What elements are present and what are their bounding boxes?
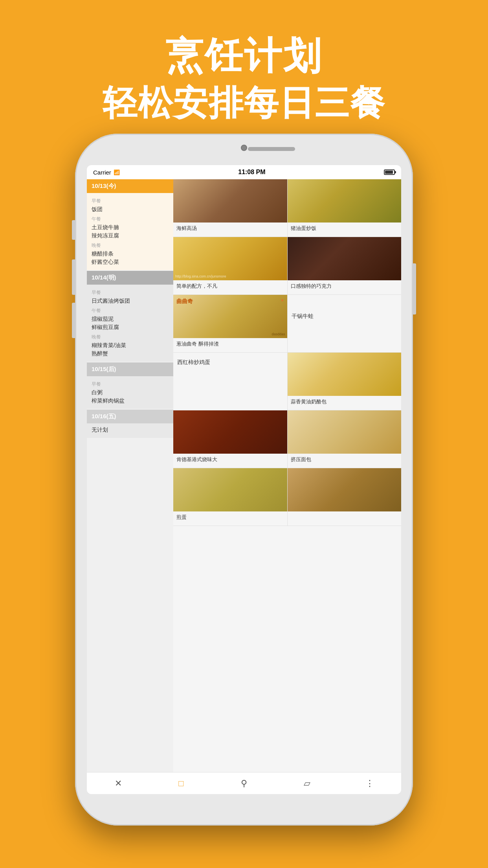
recipe-image-chocolate	[288, 237, 402, 280]
meal-type-dinner-today: 晚餐	[92, 242, 169, 249]
recipe-label-tomato-egg: 西红柿炒鸡蛋	[177, 359, 210, 366]
day-block-today: 10/13(今) 早餐 饭团 午餐 土豆烧牛腩 辣炖冻豆腐 晚餐 糖醋排条 虾酱…	[87, 179, 173, 270]
recipe-image-lard-fried-rice	[288, 179, 402, 223]
header-line2: 轻松安排每日三餐	[0, 81, 488, 125]
day-block-dayafter: 10/15(后) 早餐 白粥 榨菜鲜肉锅盆	[87, 362, 173, 409]
recipe-label: 煎蛋	[173, 511, 287, 526]
battery-icon	[384, 169, 395, 175]
meal-item: 虾酱空心菜	[92, 258, 169, 266]
recipe-image-extra	[288, 468, 402, 511]
day-header-friday[interactable]: 10/16(五)	[87, 410, 173, 423]
recipe-image-kfc-pork	[173, 410, 287, 454]
battery-fill	[385, 171, 393, 174]
recipe-col[interactable]: 肯德基港式烧味大	[173, 410, 288, 468]
recipe-col[interactable]: 挤压面包	[288, 410, 402, 468]
day-header-tomorrow[interactable]: 10/14(明)	[87, 271, 173, 285]
meal-item: 糖醋排条	[92, 250, 169, 258]
phone-speaker	[248, 147, 295, 151]
overlay-icon: ★	[281, 298, 284, 302]
recipe-image-seafood-soup	[173, 179, 287, 223]
recipe-text-only-area: 干锅牛蛙	[288, 295, 402, 338]
carrier-text: Carrier	[93, 169, 111, 176]
recipe-image-simple-recipe: http://blog.sina.com.cn/junsmore	[173, 237, 287, 280]
meal-item: 糊辣青菜/油菜	[92, 341, 169, 349]
tab-bar: ✕ □ ⚲ ▱ ⋮	[87, 772, 401, 794]
meal-item: 熟醉蟹	[92, 349, 169, 358]
meal-type-breakfast-dayafter: 早餐	[92, 381, 169, 388]
recipe-label: 猪油蛋炒饭	[288, 223, 402, 237]
meal-item: 鲜椒煎豆腐	[92, 323, 169, 331]
status-bar: Carrier 📶 11:08 PM	[87, 165, 401, 179]
tag-icon: ▱	[304, 778, 310, 789]
meal-item-no-plan: 无计划	[92, 426, 169, 434]
recipe-row-1: 海鲜高汤 猪油蛋炒饭	[173, 179, 401, 237]
meal-type-breakfast-today: 早餐	[92, 198, 169, 204]
recipe-label: 海鲜高汤	[173, 223, 287, 237]
overlay-watermark: dasddas	[272, 332, 285, 336]
search-icon: ⚲	[241, 778, 247, 789]
wifi-icon: 📶	[114, 169, 120, 175]
day-content-today: 早餐 饭团 午餐 土豆烧牛腩 辣炖冻豆腐 晚餐 糖醋排条 虾酱空心菜	[87, 193, 173, 270]
recipe-col[interactable]: 猪油蛋炒饭	[288, 179, 402, 237]
recipe-panel[interactable]: 海鲜高汤 猪油蛋炒饭 http://blog.sina.com.cn/ju	[173, 179, 401, 772]
phone-mockup: Carrier 📶 11:08 PM 10/13(今)	[75, 134, 413, 841]
recipe-image-egg-dish	[173, 468, 287, 511]
recipe-col[interactable]: 海鲜高汤	[173, 179, 288, 237]
tab-tag[interactable]: ▱	[295, 776, 319, 791]
recipe-col[interactable]: 口感独特的巧克力	[288, 237, 402, 294]
main-content: 10/13(今) 早餐 饭团 午餐 土豆烧牛腩 辣炖冻豆腐 晚餐 糖醋排条 虾酱…	[87, 179, 401, 772]
meal-item: 日式酱油烤饭团	[92, 297, 169, 305]
recipe-row-6: 煎蛋	[173, 468, 401, 526]
image-watermark: http://blog.sina.com.cn/junsmore	[175, 274, 226, 278]
food-image: 曲曲奇 ★ dasddas	[173, 295, 287, 338]
time-display: 11:08 PM	[238, 169, 265, 176]
recipe-label-dry-pot-frog: 干锅牛蛙	[292, 313, 314, 320]
recipe-col[interactable]: 煎蛋	[173, 468, 288, 526]
phone-button-mute	[72, 220, 75, 240]
tab-search[interactable]: ⚲	[232, 776, 256, 791]
header-line1: 烹饪计划	[0, 31, 488, 81]
meal-item: 辣炖冻豆腐	[92, 232, 169, 240]
recipe-col[interactable]: 曲曲奇 ★ dasddas 葱油曲奇 酥得掉渣	[173, 295, 288, 352]
recipe-label: 蒜香黄油奶酪包	[288, 396, 402, 410]
header-section: 烹饪计划 轻松安排每日三餐	[0, 0, 488, 125]
recipe-col[interactable]	[288, 468, 402, 526]
phone-screen: Carrier 📶 11:08 PM 10/13(今)	[87, 165, 401, 794]
recipe-image-squeeze-bread	[288, 410, 402, 454]
meal-item: 白粥	[92, 388, 169, 397]
day-header-today[interactable]: 10/13(今)	[87, 179, 173, 193]
day-block-friday: 10/16(五) 无计划	[87, 410, 173, 438]
tab-calendar[interactable]: □	[169, 776, 193, 791]
meal-plan-panel[interactable]: 10/13(今) 早餐 饭团 午餐 土豆烧牛腩 辣炖冻豆腐 晚餐 糖醋排条 虾酱…	[87, 179, 173, 772]
meal-type-dinner-tomorrow: 晚餐	[92, 334, 169, 340]
recipe-col[interactable]: 蒜香黄油奶酪包	[288, 353, 402, 410]
recipe-label: 挤压面包	[288, 454, 402, 468]
day-content-friday: 无计划	[87, 423, 173, 438]
day-header-dayafter[interactable]: 10/15(后)	[87, 362, 173, 376]
phone-button-power	[413, 263, 416, 314]
recipe-col-dry-pot-frog[interactable]: 干锅牛蛙	[288, 295, 402, 352]
phone-button-vol-up	[72, 259, 75, 295]
more-icon: ⋮	[365, 778, 374, 789]
recipe-row-2: http://blog.sina.com.cn/junsmore 简单的配方，不…	[173, 237, 401, 295]
recipe-col-tomato-egg[interactable]: 西红柿炒鸡蛋	[173, 353, 288, 410]
tab-close[interactable]: ✕	[106, 776, 130, 791]
recipe-label: 肯德基港式烧味大	[173, 454, 287, 468]
recipe-label: 简单的配方，不凡	[173, 280, 287, 294]
meal-item: 饭团	[92, 205, 169, 213]
overlay-label: 曲曲奇	[176, 298, 193, 305]
recipe-row-3: 曲曲奇 ★ dasddas 葱油曲奇 酥得掉渣 干锅牛蛙	[173, 295, 401, 353]
recipe-image-onion-cookie: 曲曲奇 ★ dasddas	[173, 295, 287, 338]
battery-indicator	[384, 169, 395, 175]
tab-more[interactable]: ⋮	[358, 776, 382, 791]
day-content-tomorrow: 早餐 日式酱油烤饭团 午餐 擂椒茄泥 鲜椒煎豆腐 晚餐 糊辣青菜/油菜 熟醉蟹	[87, 285, 173, 362]
meal-item: 榨菜鲜肉锅盆	[92, 397, 169, 405]
day-block-tomorrow: 10/14(明) 早餐 日式酱油烤饭团 午餐 擂椒茄泥 鲜椒煎豆腐 晚餐 糊辣青…	[87, 271, 173, 362]
phone-shell: Carrier 📶 11:08 PM 10/13(今)	[75, 134, 413, 826]
phone-camera	[241, 145, 247, 151]
recipe-label: 口感独特的巧克力	[288, 280, 402, 294]
recipe-col[interactable]: http://blog.sina.com.cn/junsmore 简单的配方，不…	[173, 237, 288, 294]
day-content-dayafter: 早餐 白粥 榨菜鲜肉锅盆	[87, 376, 173, 409]
meal-type-breakfast-tomorrow: 早餐	[92, 289, 169, 296]
recipe-label: 葱油曲奇 酥得掉渣	[173, 338, 287, 352]
